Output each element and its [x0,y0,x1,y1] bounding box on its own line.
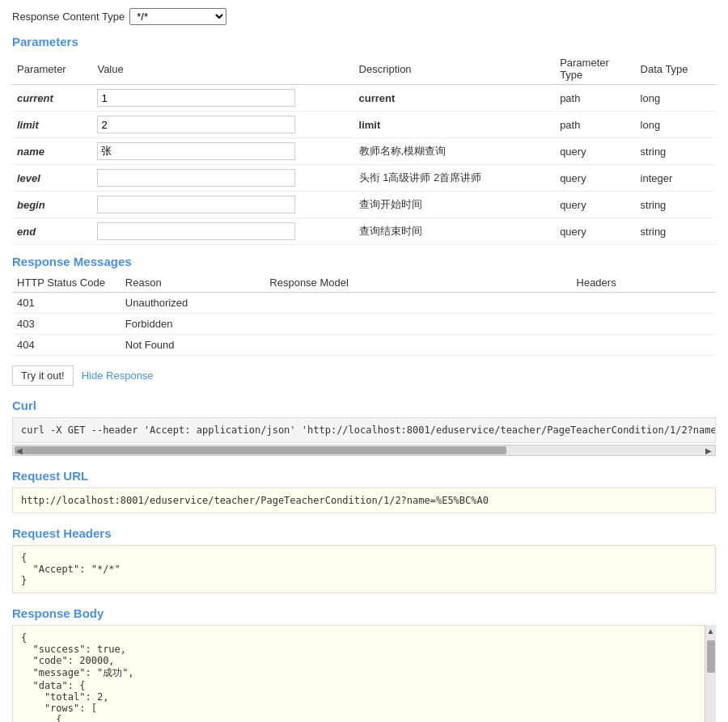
response-content-type-row: Response Content Type */* application/js… [12,8,716,25]
param-datatype-cell: long [636,85,716,112]
param-value-cell [92,112,353,138]
param-type-cell: query [555,218,635,245]
status-code-cell: 404 [12,335,121,356]
table-row: 404Not Found [12,335,716,356]
param-value-input[interactable] [97,142,295,160]
param-value-cell [92,85,353,112]
col-header-response-model: Response Model [265,273,571,293]
param-name-cell: end [12,218,92,245]
table-row: 403Forbidden [12,314,716,335]
request-url-box: http://localhost:8001/eduservice/teacher… [12,488,716,513]
param-type-cell: path [555,112,635,138]
table-row: name教师名称,模糊查询querystring [12,138,716,165]
response-messages-table: HTTP Status Code Reason Response Model H… [12,273,716,356]
table-row: limitlimitpathlong [12,112,716,138]
request-url-title: Request URL [12,469,716,483]
param-value-input[interactable] [97,116,295,133]
request-url-section: Request URL http://localhost:8001/eduser… [12,469,716,513]
param-value-input[interactable] [97,196,295,213]
response-body-scrollbar[interactable]: ▲ ▼ [705,625,716,722]
param-desc-cell: 头衔 1高级讲师 2首席讲师 [354,165,556,192]
col-header-status-code: HTTP Status Code [12,273,121,293]
scroll-up-arrow[interactable]: ▲ [707,625,715,637]
curl-scroll-thumb [15,446,506,454]
parameters-table: Parameter Value Description Parameter Ty… [12,53,716,245]
try-it-out-row: Try it out! Hide Response [12,365,716,386]
col-header-parameter: Parameter [12,53,92,85]
request-headers-section: Request Headers { "Accept": "*/*" } [12,526,716,593]
table-row: begin查询开始时间querystring [12,192,716,218]
param-name-cell: current [12,85,92,112]
param-datatype-cell: integer [636,165,716,192]
response-content-type-label: Response Content Type [12,11,125,23]
param-datatype-cell: string [636,192,716,218]
main-container: Response Content Type */* application/js… [0,0,728,722]
request-headers-title: Request Headers [12,526,716,540]
param-value-input[interactable] [97,222,295,240]
param-datatype-cell: string [636,218,716,245]
response-body-scroll-thumb [707,640,715,673]
curl-box: curl -X GET --header 'Accept: applicatio… [12,417,716,443]
param-value-input[interactable] [97,89,295,107]
param-desc-cell: limit [354,112,556,138]
param-desc-cell: 查询开始时间 [354,192,556,218]
param-value-input[interactable] [97,169,295,187]
col-header-reason: Reason [121,273,265,293]
status-code-cell: 401 [12,293,121,314]
col-header-value: Value [92,53,353,85]
status-code-cell: 403 [12,314,121,335]
col-header-description: Description [354,53,556,85]
param-name-cell: level [12,165,92,192]
param-datatype-cell: long [636,112,716,138]
parameters-title: Parameters [12,35,716,49]
reason-cell: Forbidden [121,314,265,335]
table-row: level头衔 1高级讲师 2首席讲师queryinteger [12,165,716,192]
param-name-cell: name [12,138,92,165]
response-body-box: { "success": true, "code": 20000, "messa… [12,625,716,722]
response-body-section: Response Body { "success": true, "code":… [12,606,716,722]
response-messages-title: Response Messages [12,255,716,268]
hide-response-link[interactable]: Hide Response [82,369,154,382]
table-row: currentcurrentpathlong [12,85,716,112]
curl-title: Curl [12,399,716,412]
response-model-cell [265,314,571,335]
response-body-title: Response Body [12,606,716,620]
curl-scrollbar[interactable]: ◀ ▶ [12,445,716,456]
param-desc-cell: 查询结束时间 [354,218,556,245]
param-datatype-cell: string [636,138,716,165]
param-type-cell: query [555,192,635,218]
response-model-cell [265,335,571,356]
table-row: end查询结束时间querystring [12,218,716,245]
param-name-cell: limit [12,112,92,138]
headers-cell [572,314,716,335]
param-value-cell [92,218,353,245]
curl-section: Curl curl -X GET --header 'Accept: appli… [12,399,716,456]
param-type-cell: path [555,85,635,112]
reason-cell: Not Found [121,335,265,356]
col-header-headers: Headers [572,273,716,293]
param-name-cell: begin [12,192,92,218]
param-type-cell: query [555,138,635,165]
scroll-left-arrow[interactable]: ◀ [16,446,23,455]
param-value-cell [92,192,353,218]
try-it-out-button[interactable]: Try it out! [12,365,74,386]
col-header-data-type: Data Type [636,53,716,85]
param-type-cell: query [555,165,635,192]
headers-cell [572,293,716,314]
reason-cell: Unauthorized [121,293,265,314]
table-row: 401Unauthorized [12,293,716,314]
response-model-cell [265,293,571,314]
scroll-right-arrow[interactable]: ▶ [705,446,712,455]
param-desc-cell: current [354,85,556,112]
param-value-cell [92,165,353,192]
col-header-parameter-type: Parameter Type [555,53,635,85]
headers-cell [572,335,716,356]
response-content-type-select[interactable]: */* application/json text/plain [129,8,226,25]
param-desc-cell: 教师名称,模糊查询 [354,138,556,165]
request-headers-box: { "Accept": "*/*" } [12,545,716,593]
param-value-cell [92,138,353,165]
response-body-wrapper: { "success": true, "code": 20000, "messa… [12,625,716,722]
